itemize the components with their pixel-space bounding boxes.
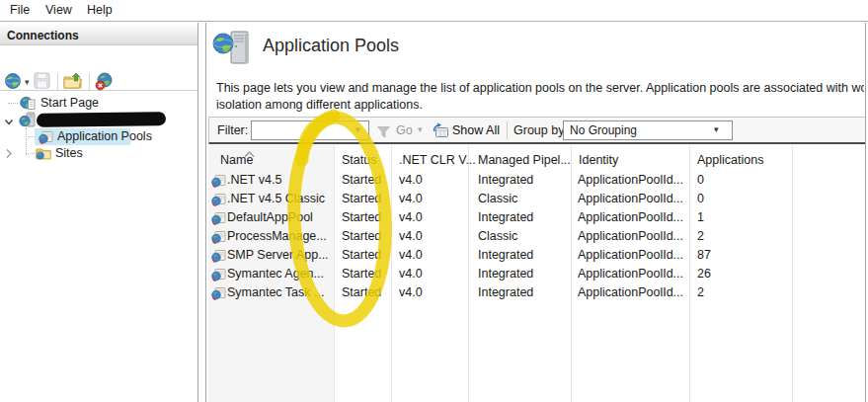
table-row-net-v45[interactable]: .NET v4.5 Started v4.0 Integrated Applic… — [208, 171, 866, 190]
iis-manager-window: File View Help Connections ▾ — [0, 0, 868, 402]
tree-item-sites[interactable]: Sites — [0, 145, 197, 162]
new-connection-button[interactable] — [4, 72, 26, 92]
toolbar-separator — [89, 73, 90, 90]
pool-identity: ApplicationPoolId... — [578, 173, 689, 187]
page-title: Application Pools — [263, 36, 399, 56]
pool-applications: 0 — [697, 173, 786, 187]
pool-status: Started — [342, 210, 391, 224]
table-row-symantec-task[interactable]: Symantec Task ... Started v4.0 Integrate… — [208, 283, 866, 302]
pool-status: Started — [342, 285, 391, 299]
pool-pipeline: Integrated — [478, 248, 571, 262]
column-header-clr-version[interactable]: .NET CLR V... — [399, 145, 476, 171]
pool-pipeline: Classic — [478, 229, 571, 243]
pool-pipeline: Integrated — [478, 285, 571, 299]
table-row-symantec-agent[interactable]: Symantec Agen... Started v4.0 Integrated… — [208, 265, 866, 283]
pool-name: SMP Server App... — [227, 248, 332, 262]
app-pool-icon — [211, 285, 226, 303]
pool-identity: ApplicationPoolId... — [578, 229, 689, 243]
save-connections-button[interactable] — [34, 72, 55, 92]
server-name-redaction — [37, 112, 166, 127]
tree-item-start-page[interactable]: Start Page — [0, 95, 197, 112]
table-row-defaultapppool[interactable]: DefaultAppPool Started v4.0 Integrated A… — [208, 208, 866, 227]
pool-identity: ApplicationPoolId... — [578, 192, 689, 205]
list-column-headers: Name Status .NET CLR V... Managed Pipel.… — [208, 145, 866, 171]
table-row-processmanage[interactable]: ProcessManage... Started v4.0 Classic Ap… — [208, 227, 866, 246]
pool-pipeline: Classic — [478, 192, 571, 205]
tree-item-application-pools[interactable]: Application Pools — [0, 128, 197, 145]
chevron-collapsed-icon[interactable] — [5, 148, 13, 162]
pool-name: Symantec Agen... — [227, 267, 332, 281]
column-header-pipeline[interactable]: Managed Pipel... — [478, 145, 571, 171]
pool-applications: 2 — [697, 285, 786, 299]
pool-identity: ApplicationPoolId... — [578, 248, 689, 262]
group-by-dropdown[interactable]: No Grouping — [563, 121, 733, 140]
go-button[interactable]: Go — [396, 123, 413, 137]
pool-name: Symantec Task ... — [227, 285, 332, 299]
pool-status: Started — [342, 248, 391, 262]
app-pool-icon — [211, 229, 226, 247]
tree-item-label: Sites — [55, 146, 83, 160]
go-dropdown-arrow[interactable]: ▾ — [418, 124, 423, 134]
pool-clr-version: v4.0 — [399, 210, 466, 224]
pool-clr-version: v4.0 — [399, 173, 466, 187]
toolbar-separator — [57, 73, 58, 90]
menu-view[interactable]: View — [45, 3, 72, 17]
tree-item-server[interactable] — [0, 112, 197, 128]
pool-clr-version: v4.0 — [399, 248, 466, 262]
pool-pipeline: Integrated — [478, 173, 571, 187]
pool-applications: 1 — [697, 210, 786, 224]
column-header-status[interactable]: Status — [342, 145, 376, 171]
pool-name: ProcessManage... — [227, 229, 332, 243]
pool-name: DefaultAppPool — [227, 210, 332, 224]
table-row-net-v45-classic[interactable]: .NET v4.5 Classic Started v4.0 Classic A… — [208, 190, 866, 208]
column-header-identity[interactable]: Identity — [579, 145, 618, 171]
pool-clr-version: v4.0 — [399, 192, 466, 205]
page-description-line1: This page lets you view and manage the l… — [216, 81, 864, 95]
pool-status: Started — [342, 173, 391, 187]
go-funnel-icon — [377, 124, 390, 142]
pool-identity: ApplicationPoolId... — [578, 285, 689, 299]
app-pool-icon — [211, 267, 226, 284]
column-header-applications[interactable]: Applications — [697, 145, 763, 171]
menu-bar: File View Help — [0, 0, 868, 22]
table-row-smp-server-app[interactable]: SMP Server App... Started v4.0 Integrate… — [208, 246, 866, 265]
pool-name: .NET v4.5 Classic — [227, 192, 332, 205]
application-pools-page-icon — [212, 30, 256, 73]
connections-toolbar: ▾ — [0, 46, 197, 91]
app-pool-icon — [211, 248, 226, 266]
app-pool-icon — [211, 192, 226, 209]
filter-label: Filter: — [217, 123, 248, 137]
filter-combobox[interactable] — [251, 121, 369, 140]
menu-file[interactable]: File — [10, 3, 30, 17]
pool-identity: ApplicationPoolId... — [578, 210, 689, 224]
pool-status: Started — [342, 229, 391, 243]
filter-toolbar: Filter: ▾ Go ▾ Show All Group by: No Gro… — [208, 117, 866, 144]
app-pool-icon — [211, 173, 226, 191]
chevron-expanded-icon[interactable] — [4, 116, 14, 129]
group-by-dropdown-arrow[interactable]: ▾ — [714, 124, 719, 134]
show-all-button[interactable]: Show All — [452, 123, 500, 137]
group-by-label: Group by: — [513, 123, 568, 137]
toolbar-separator — [507, 121, 508, 139]
pool-clr-version: v4.0 — [399, 229, 466, 243]
new-connection-dropdown-arrow[interactable]: ▾ — [25, 77, 30, 87]
sort-ascending-icon — [244, 147, 255, 161]
pool-applications: 26 — [697, 267, 786, 281]
pool-clr-version: v4.0 — [399, 285, 466, 299]
pool-pipeline: Integrated — [478, 210, 571, 224]
connections-header: Connections — [0, 26, 197, 45]
sites-folder-icon — [36, 146, 51, 163]
tree-item-label: Application Pools — [57, 129, 152, 143]
filter-dropdown-arrow[interactable]: ▾ — [355, 124, 360, 134]
save-floppy-icon — [34, 72, 50, 89]
pool-applications: 0 — [697, 192, 786, 205]
app-pool-list: .NET v4.5 Started v4.0 Integrated Applic… — [208, 171, 866, 302]
connections-panel: Connections ▾ — [0, 23, 198, 402]
pool-applications: 2 — [697, 229, 786, 243]
menu-help[interactable]: Help — [87, 3, 113, 17]
folder-up-icon — [63, 72, 83, 90]
delete-connection-button[interactable] — [95, 72, 117, 92]
show-all-icon — [433, 122, 449, 142]
pool-name: .NET v4.5 — [227, 173, 332, 187]
open-folder-button[interactable] — [63, 72, 85, 92]
